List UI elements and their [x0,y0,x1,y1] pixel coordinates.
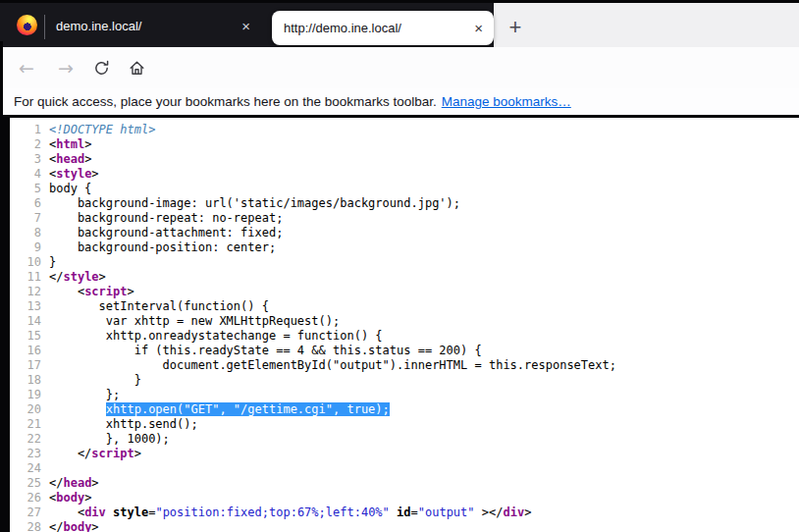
line-number: 18 [10,373,41,388]
line-number: 17 [10,358,41,373]
source-line: 1<!DOCTYPE html> [10,123,799,137]
bookmarks-placeholder-text: For quick access, place your bookmarks h… [14,94,437,109]
source-line: 11</style> [10,270,799,285]
tab-label: http://demo.ine.local/ [272,21,470,35]
forward-button[interactable]: → [51,53,80,82]
selected-text: xhttp.open("GET", "/gettime.cgi", true); [106,402,390,416]
line-number: 26 [10,491,41,505]
code-text: document.getElementById("output").innerH… [41,358,616,373]
source-line: 17 document.getElementById("output").inn… [10,358,799,373]
tab-close-icon[interactable]: × [470,21,494,35]
manage-bookmarks-link[interactable]: Manage bookmarks… [442,94,571,109]
line-number: 14 [10,314,41,329]
line-number: 25 [10,476,41,491]
source-line: 26<body> [10,491,799,505]
code-text: if (this.readyState == 4 && this.status … [41,344,482,358]
line-number: 4 [10,167,41,182]
line-number: 2 [10,137,41,152]
source-line: 16 if (this.readyState == 4 && this.stat… [10,344,799,358]
bookmarks-toolbar: For quick access, place your bookmarks h… [0,88,799,115]
line-number: 7 [10,211,41,226]
line-number: 28 [10,520,41,532]
code-text: <script> [41,285,134,299]
code-text: setInterval(function() { [41,299,269,314]
code-text: background-attachment: fixed; [41,226,283,240]
line-number: 16 [10,344,41,358]
source-line: 19 }; [10,388,799,402]
code-text: background-repeat: no-repeat; [41,211,283,226]
line-number: 19 [10,388,41,402]
new-tab-button[interactable]: + [499,11,532,43]
line-number: 9 [10,240,41,255]
code-text: xhttp.open("GET", "/gettime.cgi", true); [41,402,390,417]
code-text: background-position: center; [41,240,276,255]
back-button[interactable]: ← [12,53,41,82]
source-line: 23 </script> [10,447,799,461]
code-text: </body> [41,520,99,532]
code-text: <!DOCTYPE html> [41,123,155,137]
line-number: 11 [10,270,41,285]
source-line: 22 }, 1000); [10,432,799,447]
line-number: 12 [10,285,41,299]
code-text [41,461,49,476]
source-line: 20 xhttp.open("GET", "/gettime.cgi", tru… [10,402,799,417]
code-text: <div style="position:fixed;top:67%;left:… [41,505,531,520]
code-text: <head> [41,152,91,167]
source-line: 7 background-repeat: no-repeat; [10,211,799,226]
code-text: }; [41,388,120,402]
source-line: 18 } [10,373,799,388]
source-line: 24 [10,461,799,476]
line-number: 27 [10,505,41,520]
line-number: 20 [10,402,41,417]
line-number: 1 [10,123,41,137]
code-text: var xhttp = new XMLHttpRequest(); [41,314,340,329]
source-line: 9 background-position: center; [10,240,799,255]
forward-arrow-icon: → [58,59,74,78]
code-text: xhttp.onreadystatechange = function() { [41,329,383,344]
line-number: 8 [10,226,41,240]
line-number: 15 [10,329,41,344]
line-number: 24 [10,461,41,476]
source-line: 12 <script> [10,285,799,299]
tab-bar: demo.ine.local/ × http://demo.ine.local/… [0,3,799,47]
source-line: 15 xhttp.onreadystatechange = function()… [10,329,799,344]
code-text: background-image: url('static/images/bac… [41,196,460,211]
left-edge-strip [0,41,3,118]
source-line: 13 setInterval(function() { [10,299,799,314]
tab-label: demo.ine.local/ [45,19,238,33]
source-line: 25</head> [10,476,799,491]
firefox-icon [17,15,37,35]
line-number: 23 [10,447,41,461]
left-edge-strip-content [0,118,10,532]
code-text: }, 1000); [41,432,170,447]
code-text: </head> [41,476,99,491]
code-text: } [41,255,56,270]
code-text: xhttp.send(); [41,417,198,432]
code-text: body { [41,182,91,196]
source-line: 4<style> [10,167,799,182]
tab-demo-ine-local[interactable]: demo.ine.local/ × [45,9,260,43]
line-number: 13 [10,299,41,314]
reload-button[interactable] [86,53,116,82]
source-line: 28</body> [10,520,799,532]
line-number: 10 [10,255,41,270]
line-number: 21 [10,417,41,432]
tab-view-source-active[interactable]: http://demo.ine.local/ × [272,11,494,45]
code-text: } [41,373,141,388]
source-line: 27 <div style="position:fixed;top:67%;le… [10,505,799,520]
firefox-menu-button[interactable] [10,9,43,41]
code-text: <body> [41,491,91,505]
code-text: <html> [41,137,91,152]
source-line: 8 background-attachment: fixed; [10,226,799,240]
view-source-content[interactable]: 1<!DOCTYPE html>2<html>3<head>4<style>5b… [10,118,799,532]
source-line: 2<html> [10,137,799,152]
source-line: 3<head> [10,152,799,167]
code-text: <style> [41,167,99,182]
tab-close-icon[interactable]: × [238,19,260,33]
back-arrow-icon: ← [19,59,34,78]
code-text: </style> [41,270,106,285]
home-button[interactable] [122,53,151,82]
line-number: 5 [10,182,41,196]
source-line: 14 var xhttp = new XMLHttpRequest(); [10,314,799,329]
home-icon [129,60,145,77]
